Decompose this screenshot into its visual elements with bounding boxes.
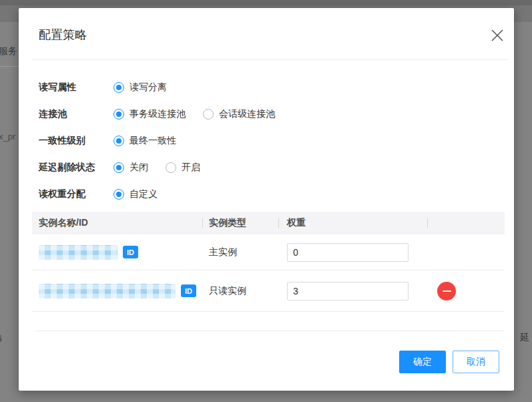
radio-selected-icon[interactable] [113, 136, 124, 146]
form-label: 连接池 [39, 108, 113, 120]
table-header-row: 实例名称/ID 实例类型 权重 [32, 212, 505, 234]
radio-option-transaction-pool[interactable]: 事务级连接池 [113, 108, 186, 120]
radio-selected-icon[interactable] [113, 109, 124, 120]
instance-type-cell: 主实例 [202, 246, 278, 258]
confirm-button[interactable]: 确定 [399, 351, 446, 373]
form-label: 一致性级别 [39, 135, 113, 147]
radio-option-off[interactable]: 关闭 [113, 162, 148, 174]
form-label: 延迟剔除状态 [39, 162, 113, 174]
radio-option-custom[interactable]: 自定义 [113, 188, 158, 200]
radio-option-label: 事务级连接池 [129, 108, 186, 120]
weight-cell [278, 282, 427, 300]
background-text-instance-name: x_pr [0, 132, 15, 142]
radio-option-label: 关闭 [129, 162, 148, 174]
radio-option-label: 会话级连接池 [219, 108, 275, 120]
close-icon [490, 28, 505, 43]
actions-cell [427, 282, 505, 300]
form-label: 读权重分配 [39, 188, 113, 200]
weight-input-primary[interactable] [287, 243, 409, 262]
background-page-topbar [0, 0, 532, 5]
radio-option-label: 自定义 [129, 188, 158, 200]
close-button[interactable] [486, 24, 509, 47]
form-row-consistency-level: 一致性级别 最终一致性 [39, 128, 501, 154]
id-badge[interactable]: ID [123, 246, 138, 258]
weight-cell [278, 243, 427, 262]
redacted-instance-name[interactable] [39, 284, 176, 298]
background-text-fragment: 6 [0, 333, 2, 344]
form-label: 读写属性 [39, 81, 113, 93]
header-instance-name-id: 实例名称/ID [32, 217, 202, 229]
id-badge[interactable]: ID [181, 284, 196, 297]
cancel-button[interactable]: 取消 [453, 351, 499, 373]
form-row-delay-removal-status: 延迟剔除状态 关闭 开启 [39, 154, 501, 181]
form-row-connection-pool: 连接池 事务级连接池 会话级连接池 [39, 101, 501, 128]
configure-policy-dialog: 配置策略 读写属性 读写分离 连接池 事务级连接池 会话级连接池 [19, 8, 514, 391]
instance-weight-table: 实例名称/ID 实例类型 权重 ID 主实例 ID 只读实例 [32, 212, 505, 312]
instance-name-cell: ID [32, 245, 202, 260]
header-instance-type: 实例类型 [202, 217, 278, 229]
dialog-title: 配置策略 [39, 27, 87, 43]
policy-form: 读写属性 读写分离 连接池 事务级连接池 会话级连接池 一致性级别 最终一致性 [39, 74, 501, 208]
radio-selected-icon[interactable] [113, 162, 124, 173]
radio-option-label: 开启 [182, 162, 200, 174]
background-text-service: 服务 [0, 45, 17, 57]
instance-name-cell: ID [32, 284, 202, 298]
radio-option-on[interactable]: 开启 [166, 162, 200, 174]
radio-option-label: 读写分离 [129, 81, 167, 93]
radio-unselected-icon[interactable] [203, 109, 214, 120]
table-row-readonly-instance: ID 只读实例 [32, 270, 505, 312]
radio-option-label: 最终一致性 [129, 135, 176, 147]
radio-selected-icon[interactable] [113, 82, 124, 93]
header-weight: 权重 [278, 217, 427, 229]
background-text-delay: 延 [520, 332, 529, 344]
remove-instance-button[interactable] [437, 282, 456, 300]
radio-option-session-pool[interactable]: 会话级连接池 [203, 108, 275, 120]
form-row-read-write-attribute: 读写属性 读写分离 [39, 74, 501, 101]
table-row-primary-instance: ID 主实例 [32, 234, 505, 270]
form-row-read-weight-distribution: 读权重分配 自定义 [39, 181, 501, 208]
radio-selected-icon[interactable] [113, 189, 124, 200]
footer-divider [35, 331, 504, 331]
radio-option-read-write-splitting[interactable]: 读写分离 [113, 81, 167, 93]
redacted-instance-name[interactable] [39, 245, 117, 260]
weight-input-readonly[interactable] [287, 282, 409, 300]
instance-type-cell: 只读实例 [202, 285, 278, 297]
background-divider [0, 66, 19, 67]
radio-unselected-icon[interactable] [166, 162, 176, 173]
title-divider [32, 59, 507, 60]
radio-option-eventual-consistency[interactable]: 最终一致性 [113, 135, 176, 147]
